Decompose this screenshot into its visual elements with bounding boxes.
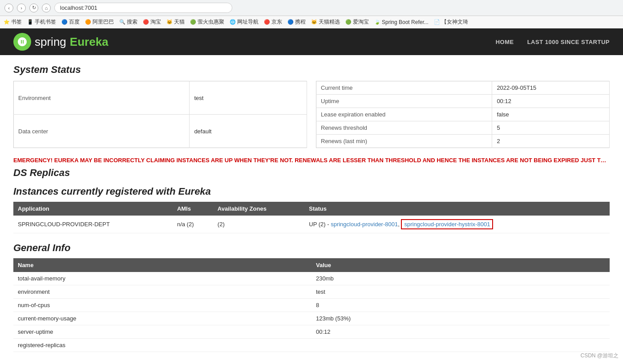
renews-lastmin-value: 2 [492, 135, 610, 148]
instance-status: UP (2) - springcloud-provider-8001, spri… [304, 216, 610, 233]
table-row: Uptime 00:12 [316, 95, 610, 108]
bookmark-search[interactable]: 🔍 搜索 [119, 18, 138, 26]
general-info-table: Name Value total-avail-memory 230mb envi… [13, 258, 610, 352]
info-name: server-uptime [13, 325, 312, 339]
table-row: environment test [13, 285, 610, 299]
table-row: registered-replicas [13, 339, 610, 352]
lease-value: false [492, 108, 610, 121]
table-row: Lease expiration enabled false [316, 108, 610, 121]
instance-amis: n/a (2) [173, 216, 213, 233]
table-row: num-of-cpus 8 [13, 299, 610, 312]
emergency-banner: EMERGENCY! EUREKA MAY BE INCORRECTLY CLA… [13, 157, 610, 164]
renews-threshold-value: 5 [492, 121, 610, 135]
table-row: Environment test [14, 81, 307, 115]
col-amis: AMIs [173, 202, 213, 216]
bookmark-ctrip[interactable]: 🔵 携程 [287, 18, 306, 26]
back-button[interactable]: ‹ [4, 4, 13, 12]
bookmark-mobile[interactable]: 📱 手机书签 [27, 18, 56, 26]
brand-spring-text: spring [35, 35, 66, 49]
bookmark-baidu[interactable]: 🔵 百度 [61, 18, 80, 26]
bookmark-tmall[interactable]: 🐱 天猫 [166, 18, 185, 26]
col-status: Status [304, 202, 610, 216]
bookmark-nuv[interactable]: 📄 【女神文琦 [434, 18, 468, 26]
system-status-title: System Status [13, 64, 610, 76]
info-value: 00:12 [312, 325, 610, 339]
table-row: current-memory-usage 123mb (53%) [13, 312, 610, 325]
instance-link-2[interactable]: springcloud-provider-hystrix-8001 [401, 219, 493, 229]
bookmark-alibaba[interactable]: 🟠 阿里巴巴 [85, 18, 114, 26]
instances-header-row: Application AMIs Availability Zones Stat… [13, 202, 610, 216]
instances-title: Instances currently registered with Eure… [13, 186, 610, 197]
brand-eureka-text: Eureka [70, 35, 109, 49]
env-value: test [190, 81, 307, 115]
bookmark-tmall-select[interactable]: 🐱 天猫精选 [311, 18, 340, 26]
ds-replicas-title: DS Replicas [13, 167, 610, 179]
table-row: Current time 2022-09-05T15 [316, 81, 610, 95]
bookmark-taobao[interactable]: 🔴 淘宝 [143, 18, 161, 26]
bookmarks-bar: ⭐ 书签 📱 手机书签 🔵 百度 🟠 阿里巴巴 🔍 搜索 🔴 淘宝 🐱 天猫 🟢… [0, 16, 623, 28]
col-application: Application [13, 202, 173, 216]
brand-logo: spring Eureka [13, 33, 109, 51]
nav-home-link[interactable]: HOME [496, 39, 514, 45]
renews-lastmin-label: Renews (last min) [316, 135, 492, 148]
home-button[interactable]: ⌂ [42, 4, 51, 12]
bookmark-aitaobao[interactable]: 🟢 爱淘宝 [345, 18, 369, 26]
bookmark-star[interactable]: ⭐ 书签 [4, 18, 22, 26]
datacenter-label: Data center [14, 115, 190, 148]
info-value: 123mb (53%) [312, 312, 610, 325]
left-status-table: Environment test Data center default [13, 81, 307, 148]
main-content: System Status Environment test Data cent… [0, 55, 623, 361]
status-tables: Environment test Data center default Cur… [13, 81, 610, 148]
currenttime-label: Current time [316, 81, 492, 95]
env-label: Environment [14, 81, 190, 115]
bookmark-firefly[interactable]: 🟢 萤火虫惠聚 [190, 18, 224, 26]
datacenter-value: default [190, 115, 307, 148]
col-name: Name [13, 258, 312, 272]
info-name: total-avail-memory [13, 272, 312, 285]
info-name: num-of-cpus [13, 299, 312, 312]
general-header-row: Name Value [13, 258, 610, 272]
renews-threshold-label: Renews threshold [316, 121, 492, 135]
refresh-button[interactable]: ↻ [29, 4, 38, 12]
url-bar[interactable]: localhost:7001 [54, 3, 232, 13]
bookmark-spring[interactable]: 🍃 Spring Boot Refer... [374, 19, 429, 25]
right-status-table: Current time 2022-09-05T15 Uptime 00:12 … [316, 81, 610, 148]
uptime-value: 00:12 [492, 95, 610, 108]
table-row: Renews (last min) 2 [316, 135, 610, 148]
bookmark-jd[interactable]: 🔴 京东 [264, 18, 282, 26]
col-value: Value [312, 258, 610, 272]
browser-bar: ‹ › ↻ ⌂ localhost:7001 [0, 0, 623, 16]
navbar: spring Eureka HOME LAST 1000 SINCE START… [0, 28, 623, 55]
instance-link-1[interactable]: springcloud-provider-8001 [331, 221, 398, 228]
instance-application: SPRINGCLOUD-PROVIDER-DEPT [13, 216, 173, 233]
watermark: CSDN @游坦之 [580, 352, 619, 360]
table-row: total-avail-memory 230mb [13, 272, 610, 285]
col-az: Availability Zones [213, 202, 304, 216]
general-info-title: General Info [13, 242, 610, 254]
info-name: environment [13, 285, 312, 299]
lease-label: Lease expiration enabled [316, 108, 492, 121]
info-name: current-memory-usage [13, 312, 312, 325]
forward-button[interactable]: › [17, 4, 26, 12]
instance-az: (2) [213, 216, 304, 233]
info-name: registered-replicas [13, 339, 312, 352]
spring-logo-icon [13, 33, 31, 51]
info-value: 230mb [312, 272, 610, 285]
instance-row: SPRINGCLOUD-PROVIDER-DEPT n/a (2) (2) UP… [13, 216, 610, 233]
navbar-links: HOME LAST 1000 SINCE STARTUP [496, 39, 610, 45]
table-row: server-uptime 00:12 [13, 325, 610, 339]
uptime-label: Uptime [316, 95, 492, 108]
info-value: 8 [312, 299, 610, 312]
nav-last1000-link[interactable]: LAST 1000 SINCE STARTUP [527, 39, 610, 45]
info-value [312, 339, 610, 352]
currenttime-value: 2022-09-05T15 [492, 81, 610, 95]
table-row: Renews threshold 5 [316, 121, 610, 135]
table-row: Data center default [14, 115, 307, 148]
info-value: test [312, 285, 610, 299]
instances-table: Application AMIs Availability Zones Stat… [13, 202, 610, 233]
bookmark-nav[interactable]: 🌐 网址导航 [230, 18, 259, 26]
status-text: UP (2) - [309, 221, 329, 228]
